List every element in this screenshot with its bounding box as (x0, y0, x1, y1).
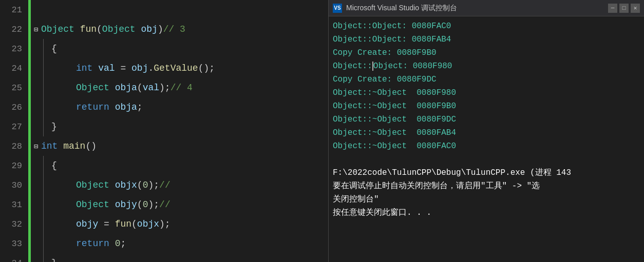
vs-icon: VS (333, 4, 342, 13)
code-content: } (31, 253, 57, 262)
indent-line (43, 214, 51, 234)
code-content: ⊟ int main () (31, 136, 97, 156)
line-number: 32 (0, 219, 28, 229)
code-content: return obja ; (31, 97, 143, 117)
table-row: 24 int val = obj . GetValue (); (0, 58, 328, 78)
collapse-icon[interactable]: ⊟ (31, 142, 41, 151)
code-content: return 0 ; (31, 234, 126, 253)
console-controls: ─ □ ✕ (608, 4, 640, 13)
console-line: Object::~Object 0080FAB4 (333, 126, 640, 139)
table-row: 22 ⊟ Object fun ( Object obj ) // 3 (0, 19, 328, 39)
code-lines: 21 22 ⊟ Object fun ( Object obj ) // 3 (0, 0, 328, 262)
maximize-button[interactable]: □ (619, 4, 629, 13)
code-editor: 21 22 ⊟ Object fun ( Object obj ) // 3 (0, 0, 329, 262)
indent-line (43, 97, 51, 117)
line-number: 31 (0, 200, 28, 210)
table-row: 21 (0, 0, 328, 19)
line-number: 21 (0, 5, 28, 15)
keyword-int: int (76, 63, 92, 73)
line-number: 22 (0, 25, 28, 34)
console-line: 要在调试停止时自动关闭控制台，请启用"工具" -> "选 (333, 179, 640, 193)
code-content: objy = fun ( objx ); (31, 214, 171, 234)
line-number: 33 (0, 239, 28, 249)
table-row: 31 Object objy ( 0 ); // (0, 195, 328, 214)
code-content: Object objy ( 0 ); // (31, 195, 171, 214)
code-content: Object objx ( 0 ); // (31, 175, 171, 195)
line-number: 28 (0, 142, 28, 151)
console-line: 关闭控制台" (333, 193, 640, 206)
table-row: 33 return 0 ; (0, 234, 328, 253)
indent-line (43, 156, 51, 175)
collapse-icon[interactable]: ⊟ (31, 25, 41, 34)
line-number: 26 (0, 103, 28, 112)
code-content: int val = obj . GetValue (); (31, 58, 215, 78)
table-row: 34 } (0, 253, 328, 262)
indent-line (43, 117, 51, 136)
console-titlebar: VS Microsoft Visual Studio 调试控制台 ─ □ ✕ (329, 0, 644, 16)
line-number: 23 (0, 44, 28, 54)
console-content: Object::Object: 0080FAC0 Object::Object:… (329, 16, 644, 262)
keyword-int: int (41, 141, 58, 151)
table-row: 29 { (0, 156, 328, 175)
console-title: Microsoft Visual Studio 调试控制台 (346, 4, 457, 13)
code-content: } (31, 117, 57, 136)
text-cursor (372, 62, 373, 71)
minimize-button[interactable]: ─ (608, 4, 617, 13)
console-line: Object::~Object 0080F9B0 (333, 99, 640, 113)
code-content (31, 0, 41, 19)
table-row: 26 return obja ; (0, 97, 328, 117)
console-line: Copy Create: 0080F9B0 (333, 46, 640, 59)
indent-line (43, 253, 51, 262)
indent-line (43, 78, 51, 97)
collapse-icon (31, 6, 41, 14)
indent-line (43, 39, 51, 58)
close-button[interactable]: ✕ (631, 4, 640, 13)
table-row: 25 Object obja ( val ); // 4 (0, 78, 328, 97)
table-row: 30 Object objx ( 0 ); // (0, 175, 328, 195)
console-line: Object::~Object 0080F9DC (333, 113, 640, 126)
indent-line (43, 195, 51, 214)
indent-line (43, 175, 51, 195)
code-content: ⊟ Object fun ( Object obj ) // 3 (31, 19, 185, 39)
table-row: 32 objy = fun ( objx ); (0, 214, 328, 234)
console-line: Object::Object: 0080FAB4 (333, 33, 640, 46)
table-row: 28 ⊟ int main () (0, 136, 328, 156)
line-number: 30 (0, 180, 28, 190)
code-content: { (31, 39, 57, 58)
console-line: Copy Create: 0080F9DC (333, 73, 640, 86)
indent-line (43, 58, 51, 78)
console-line: Object::Object: 0080FAC0 (333, 19, 640, 33)
line-number: 24 (0, 64, 28, 73)
console-line: F:\2022code\TulunCPP\Debug\TulunCPP.exe … (333, 166, 640, 179)
console-line: Object::~Object 0080FAC0 (333, 139, 640, 153)
line-number: 29 (0, 161, 28, 171)
line-number: 34 (0, 258, 28, 263)
console-panel: VS Microsoft Visual Studio 调试控制台 ─ □ ✕ O… (329, 0, 644, 262)
table-row: 23 { (0, 39, 328, 58)
keyword-object: Object (41, 24, 74, 34)
console-line: Object::~Object 0080F980 (333, 86, 640, 99)
code-content: Object obja ( val ); // 4 (31, 78, 193, 97)
code-content: { (31, 156, 57, 175)
line-number: 27 (0, 122, 28, 132)
console-line (333, 153, 640, 166)
func-name: fun (80, 24, 97, 34)
indent-line (43, 234, 51, 253)
table-row: 27 } (0, 117, 328, 136)
console-line: Object::Object: 0080F980 (333, 59, 640, 73)
console-line: 按任意键关闭此窗口. . . (333, 206, 640, 219)
line-number: 25 (0, 83, 28, 93)
